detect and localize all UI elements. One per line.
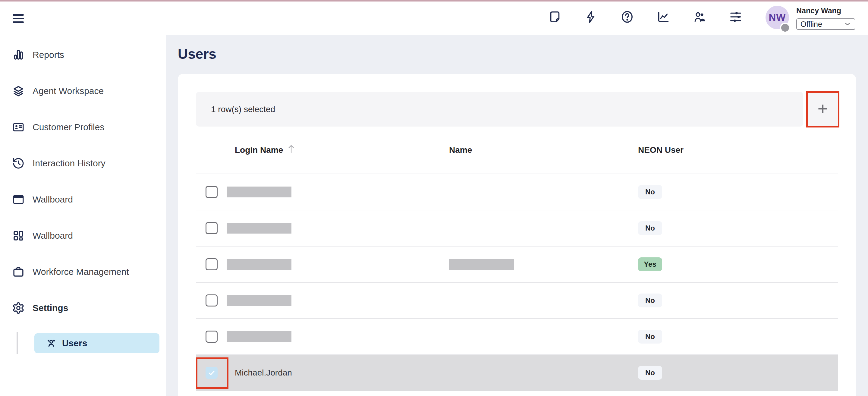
checkbox-cell bbox=[196, 174, 227, 210]
selection-count-text: 1 row(s) selected bbox=[211, 104, 275, 114]
table-header: Login Name Name NEON User bbox=[196, 127, 838, 174]
sidebar-item-settings[interactable]: Settings bbox=[0, 298, 166, 318]
login-name-text: Michael.Jordan bbox=[227, 368, 292, 377]
sliders-icon[interactable] bbox=[729, 10, 743, 24]
neon-user-cell: No bbox=[638, 221, 838, 235]
indent-guide-line bbox=[17, 332, 18, 354]
sidebar-item-label: Users bbox=[62, 338, 87, 348]
table-row[interactable]: No bbox=[196, 174, 838, 210]
sidebar-item-wallboard[interactable]: Wallboard bbox=[0, 190, 166, 209]
sidebar-item-interaction-history[interactable]: Interaction History bbox=[0, 154, 166, 173]
neon-user-cell: No bbox=[638, 185, 838, 199]
checkbox-cell bbox=[196, 210, 227, 246]
table-body: No No bbox=[196, 174, 838, 391]
login-name-cell bbox=[227, 223, 449, 234]
column-header-name[interactable]: Name bbox=[449, 145, 638, 155]
neon-user-cell: No bbox=[638, 366, 838, 380]
lightning-icon[interactable] bbox=[584, 10, 598, 24]
neon-user-cell: No bbox=[638, 294, 838, 307]
sidebar-item-wallboard-2[interactable]: Wallboard bbox=[0, 226, 166, 245]
row-checkbox[interactable] bbox=[206, 295, 218, 306]
neon-user-badge: No bbox=[638, 330, 662, 343]
neon-user-cell: No bbox=[638, 330, 838, 343]
status-select-value: Offline bbox=[801, 20, 822, 29]
help-icon[interactable] bbox=[620, 10, 634, 24]
checkbox-cell bbox=[196, 246, 227, 282]
bar-chart-icon bbox=[12, 49, 25, 61]
chevron-down-icon bbox=[844, 21, 851, 28]
login-name-cell bbox=[227, 259, 449, 270]
redacted-login-bar bbox=[227, 187, 291, 197]
row-checkbox[interactable] bbox=[206, 258, 218, 270]
checkbox-cell bbox=[196, 283, 227, 318]
table-row[interactable]: Michael.Jordan No bbox=[196, 355, 838, 391]
row-checkbox[interactable] bbox=[206, 367, 218, 379]
sidebar-item-label: Workforce Management bbox=[33, 267, 129, 277]
status-dot bbox=[780, 23, 790, 33]
column-header-label: Login Name bbox=[235, 145, 283, 155]
column-header-label: NEON User bbox=[638, 145, 684, 155]
table-row[interactable]: No bbox=[196, 283, 838, 319]
sidebar: Reports Agent Workspace Customer Profile… bbox=[0, 35, 166, 396]
redacted-name-bar bbox=[449, 259, 514, 270]
user-name: Nancy Wang bbox=[796, 6, 841, 15]
sidebar-item-label: Reports bbox=[33, 50, 64, 60]
dashboard-icon bbox=[12, 229, 25, 242]
table-row[interactable]: Yes bbox=[196, 246, 838, 283]
sidebar-item-workforce-management[interactable]: Workforce Management bbox=[0, 262, 166, 281]
sidebar-item-label: Settings bbox=[33, 303, 68, 313]
neon-user-badge: No bbox=[638, 366, 662, 380]
row-checkbox[interactable] bbox=[206, 331, 218, 343]
sidebar-item-label: Wallboard bbox=[33, 194, 73, 205]
history-icon bbox=[12, 157, 25, 170]
sidebar-item-label: Customer Profiles bbox=[33, 122, 104, 132]
redacted-login-bar bbox=[227, 295, 291, 306]
table-row[interactable]: No bbox=[196, 210, 838, 246]
sidebar-item-label: Agent Workspace bbox=[33, 86, 104, 96]
sticky-note-icon[interactable] bbox=[548, 10, 562, 24]
browser-icon bbox=[12, 193, 25, 206]
row-checkbox[interactable] bbox=[206, 222, 218, 234]
row-checkbox[interactable] bbox=[206, 186, 218, 198]
neon-user-badge: No bbox=[638, 221, 662, 235]
sidebar-item-customer-profiles[interactable]: Customer Profiles bbox=[0, 118, 166, 137]
sidebar-item-label: Wallboard bbox=[33, 231, 73, 241]
column-header-login-name[interactable]: Login Name bbox=[227, 145, 449, 155]
neon-user-badge: Yes bbox=[638, 257, 662, 271]
table-row[interactable]: No bbox=[196, 319, 838, 355]
main-content: Users 1 row(s) selected + Login Name Nam… bbox=[166, 35, 868, 396]
redacted-login-bar bbox=[227, 259, 291, 270]
status-select[interactable]: Offline bbox=[796, 19, 855, 30]
redacted-login-bar bbox=[227, 331, 291, 342]
column-header-label: Name bbox=[449, 145, 472, 155]
line-chart-icon[interactable] bbox=[656, 10, 670, 24]
redacted-login-bar bbox=[227, 223, 291, 234]
gear-icon bbox=[12, 302, 25, 314]
neon-user-badge: No bbox=[638, 185, 662, 199]
people-icon[interactable] bbox=[692, 10, 707, 24]
sidebar-item-reports[interactable]: Reports bbox=[0, 45, 166, 64]
briefcase-icon bbox=[12, 266, 25, 278]
users-group-icon bbox=[45, 337, 57, 349]
login-name-cell bbox=[227, 331, 449, 342]
add-user-button[interactable]: + bbox=[806, 91, 839, 127]
neon-user-badge: No bbox=[638, 294, 662, 307]
layers-icon bbox=[12, 85, 25, 97]
header-icon-group bbox=[548, 10, 743, 24]
column-header-neon-user[interactable]: NEON User bbox=[638, 145, 838, 155]
checkbox-cell bbox=[196, 319, 227, 355]
login-name-cell bbox=[227, 295, 449, 306]
plus-icon: + bbox=[817, 100, 828, 118]
selection-toolbar: 1 row(s) selected bbox=[196, 92, 803, 127]
sidebar-item-users[interactable]: Users bbox=[34, 333, 159, 353]
page-title: Users bbox=[178, 46, 216, 62]
neon-user-cell: Yes bbox=[638, 257, 838, 271]
menu-icon[interactable] bbox=[13, 10, 30, 27]
sidebar-item-agent-workspace[interactable]: Agent Workspace bbox=[0, 81, 166, 101]
login-name-cell bbox=[227, 187, 449, 197]
checkbox-cell bbox=[196, 355, 227, 391]
users-card: 1 row(s) selected + Login Name Name NEON… bbox=[178, 74, 856, 396]
login-name-cell: Michael.Jordan bbox=[227, 368, 449, 377]
name-cell bbox=[449, 259, 638, 270]
sidebar-item-label: Interaction History bbox=[33, 158, 105, 169]
